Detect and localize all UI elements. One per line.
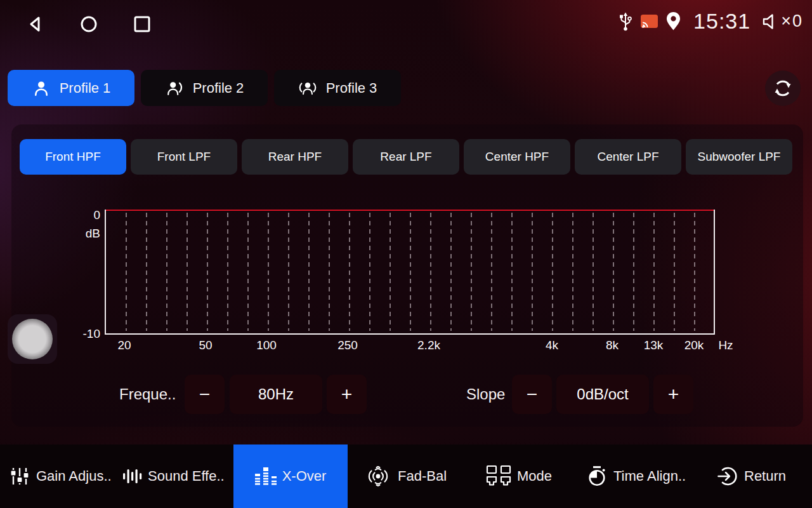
tab-front-lpf[interactable]: Front LPF: [131, 139, 237, 175]
mute-symbol: ×: [781, 11, 791, 31]
home-button[interactable]: [77, 13, 100, 36]
volume-knob-button[interactable]: [8, 314, 57, 364]
nav-time-align[interactable]: Time Align..: [586, 444, 686, 508]
back-button[interactable]: [24, 13, 47, 36]
tab-profile-2[interactable]: Profile 2: [141, 70, 268, 106]
fad-bal-icon: [364, 465, 392, 488]
gridline: [613, 213, 614, 331]
volume-level: 0: [792, 11, 802, 31]
x-tick-label: 100: [256, 338, 277, 352]
frequency-label: Freque..: [119, 375, 176, 414]
gridline: [187, 213, 188, 331]
nav-sound-effect[interactable]: Sound Effe..: [122, 444, 225, 508]
profile-tab-label: Profile 3: [326, 80, 377, 97]
nav-label: Sound Effe..: [148, 468, 225, 485]
nav-label: Mode: [517, 468, 552, 485]
profile-tab-label: Profile 1: [60, 80, 111, 97]
back-icon: [24, 13, 47, 36]
slope-plus-button[interactable]: +: [653, 375, 693, 414]
x-tick-label: 13k: [644, 338, 664, 352]
tab-rear-lpf[interactable]: Rear LPF: [353, 139, 459, 175]
x-axis-ticks: 20501002502.2k4k8k13k20kHz: [0, 338, 812, 356]
profile-tabs: Profile 1 Profile 2 Profile 3: [8, 70, 401, 106]
filter-tab-label: Subwoofer LPF: [698, 150, 781, 164]
nav-x-over[interactable]: X-Over: [233, 444, 348, 508]
tab-center-hpf[interactable]: Center HPF: [464, 139, 570, 175]
gridline: [653, 213, 655, 331]
gridline: [410, 213, 411, 331]
nav-label: Return: [744, 468, 786, 485]
speaker-muted-icon: [761, 12, 780, 31]
filter-tab-label: Rear LPF: [380, 150, 431, 164]
bottom-nav: Gain Adjus.. Sound Effe..: [0, 444, 812, 508]
nav-return[interactable]: Return: [717, 444, 786, 508]
refresh-button[interactable]: [765, 70, 801, 106]
nav-label: Fad-Bal: [398, 468, 447, 485]
y-axis-unit: dB: [72, 227, 100, 241]
gridline: [532, 213, 533, 331]
x-tick-label: 8k: [606, 338, 619, 352]
usb-icon: [617, 10, 634, 33]
y-axis-label-top: 0: [76, 208, 100, 222]
nav-label: Time Align..: [613, 468, 686, 485]
tab-subwoofer-lpf[interactable]: Subwoofer LPF: [686, 139, 792, 175]
gridline: [491, 213, 492, 331]
nav-fad-bal[interactable]: Fad-Bal: [364, 444, 447, 508]
person-wave-icon: [165, 79, 184, 98]
nav-mode[interactable]: Mode: [486, 444, 552, 508]
recents-button[interactable]: [131, 13, 154, 36]
x-tick-label: 2.2k: [417, 338, 440, 352]
filter-tab-label: Front LPF: [157, 150, 211, 164]
gridline: [694, 213, 695, 331]
gridline: [126, 213, 127, 331]
gridline: [633, 213, 634, 331]
x-tick-label: Hz: [718, 338, 733, 352]
xover-plot[interactable]: [105, 210, 715, 335]
profile-tab-label: Profile 2: [193, 80, 244, 97]
home-icon: [77, 13, 100, 36]
gridline: [288, 213, 289, 331]
gridline: [390, 213, 391, 331]
gridline: [247, 213, 249, 331]
gridline: [329, 213, 330, 331]
x-tick-label: 20k: [684, 338, 704, 352]
return-icon: [717, 465, 738, 487]
gridline: [349, 213, 350, 331]
gridline: [268, 213, 269, 331]
gridline: [511, 213, 513, 331]
gridline: [369, 213, 370, 331]
tab-profile-3[interactable]: Profile 3: [274, 70, 401, 106]
gridline: [227, 213, 228, 331]
gridline: [308, 213, 310, 331]
nav-label: X-Over: [282, 468, 327, 485]
gridline: [552, 213, 553, 331]
refresh-icon: [773, 78, 793, 98]
gridline: [572, 213, 573, 331]
cast-icon: [640, 14, 658, 29]
tab-rear-hpf[interactable]: Rear HPF: [242, 139, 348, 175]
volume-indicator[interactable]: × 0: [761, 11, 802, 31]
slope-label: Slope: [466, 375, 505, 414]
filter-tab-label: Rear HPF: [268, 150, 322, 164]
tab-center-lpf[interactable]: Center LPF: [575, 139, 681, 175]
tab-front-hpf[interactable]: Front HPF: [20, 139, 126, 175]
gridline: [674, 213, 675, 331]
tab-profile-1[interactable]: Profile 1: [8, 70, 134, 106]
slope-value: 0dB/oct: [556, 375, 649, 414]
nav-label: Gain Adjus..: [36, 468, 112, 485]
gridline: [207, 213, 208, 331]
knob-icon: [12, 319, 53, 359]
frequency-minus-button[interactable]: −: [185, 375, 225, 414]
location-icon: [665, 11, 682, 32]
x-tick-label: 250: [337, 338, 358, 352]
nav-gain-adjust[interactable]: Gain Adjus..: [9, 444, 112, 508]
person-icon: [32, 79, 51, 98]
filter-tab-label: Center LPF: [597, 150, 658, 164]
mode-icon: [486, 465, 511, 488]
filter-tab-label: Front HPF: [45, 150, 101, 164]
gridline: [166, 213, 167, 331]
frequency-plus-button[interactable]: +: [327, 375, 367, 414]
slope-minus-button[interactable]: −: [512, 375, 552, 414]
x-tick-label: 4k: [546, 338, 558, 352]
status-bar: 15:31 × 0: [0, 0, 812, 48]
